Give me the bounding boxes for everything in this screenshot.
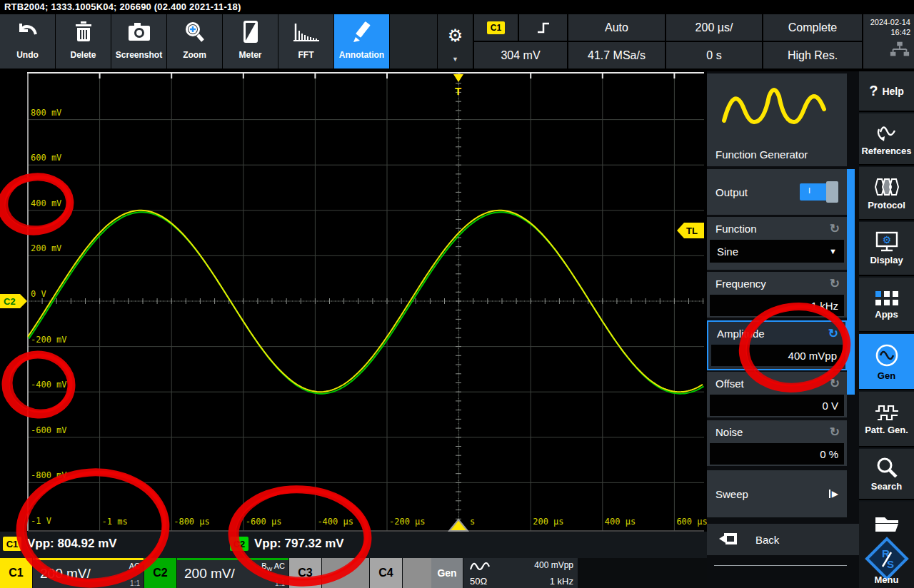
channel-c4-tab[interactable]: C4 xyxy=(370,558,402,588)
toggle-knob[interactable] xyxy=(826,181,838,203)
device-info-text: RTB2004; 1333.1005K04; 206690 (02.400 20… xyxy=(4,1,241,12)
sample-rate-cell[interactable]: 41.7 MSa/s xyxy=(568,42,665,69)
c2-vpp-value: Vpp: 797.32 mV xyxy=(254,537,344,551)
sweep-menu-item[interactable]: Sweep ▶ xyxy=(707,470,847,517)
channel-c3-settings[interactable] xyxy=(322,558,369,588)
question-mark-icon: ? xyxy=(869,83,878,99)
refresh-icon[interactable]: ↻ xyxy=(830,376,840,391)
amplitude-field[interactable]: 400 mVpp xyxy=(711,345,843,366)
toolbar-spacer xyxy=(390,14,437,69)
function-section: Function ↻ Sine ▼ xyxy=(707,217,847,270)
gen-frequency: 1 kHz xyxy=(550,576,573,587)
offset-field[interactable]: 0 V xyxy=(710,395,844,416)
noise-field[interactable]: 0 % xyxy=(710,443,844,465)
timebase-cell[interactable]: 200 µs/ xyxy=(666,14,762,41)
gen-amplitude: 400 mVpp xyxy=(534,560,573,570)
channel-c1-tab[interactable]: C1 xyxy=(0,558,32,588)
y-axis-label: -200 mV xyxy=(31,335,67,345)
c2-scale: 200 mV/ xyxy=(184,566,235,582)
refresh-icon[interactable]: ↻ xyxy=(830,425,840,440)
x-axis-label: -200 µs xyxy=(389,517,426,527)
offset-label: Offset xyxy=(715,377,744,390)
gen-tab[interactable]: Gen xyxy=(431,558,463,588)
svg-text:⚙: ⚙ xyxy=(882,234,891,245)
trigger-level-cell[interactable]: 304 mV xyxy=(474,42,567,69)
frequency-field[interactable]: 1 kHz xyxy=(710,295,844,316)
sidebar-item-protocol[interactable]: Protocol xyxy=(859,167,914,220)
search-icon xyxy=(875,456,898,479)
channel-c2-settings[interactable]: 200 mV/ BW AC 1:1 xyxy=(177,558,288,588)
y-axis-label: -400 mV xyxy=(31,380,67,390)
network-icon xyxy=(889,41,910,57)
undo-button[interactable]: Undo xyxy=(0,14,55,69)
refresh-icon[interactable]: ↻ xyxy=(830,221,840,236)
sidebar-item-search[interactable]: Search xyxy=(859,449,914,500)
toggle-on-label: I xyxy=(808,186,810,195)
trigger-source-cell[interactable]: C1 xyxy=(474,14,518,41)
chevron-down-icon: ▼ xyxy=(438,57,473,61)
references-icon xyxy=(875,122,899,143)
sidebar-item-references[interactable]: References xyxy=(859,113,914,166)
datetime-cell[interactable]: 2024-02-14 16:42 xyxy=(863,14,914,69)
screenshot-button[interactable]: Screenshot xyxy=(111,14,166,69)
trigger-slope-cell[interactable] xyxy=(519,14,567,41)
noise-section: Noise ↻ 0 % xyxy=(707,420,847,466)
channel-c2-tab[interactable]: C2 xyxy=(144,558,176,588)
acquisition-state-cell[interactable]: Complete xyxy=(763,14,862,41)
sidebar-item-gen[interactable]: Gen xyxy=(859,334,914,390)
gear-icon: ⚙ xyxy=(438,14,473,57)
settings-gear-button[interactable]: ⚙ ▼ xyxy=(438,14,473,69)
sidebar-item-apps[interactable]: Apps xyxy=(859,278,914,333)
folder-icon xyxy=(873,512,901,533)
amplitude-label: Amplitude xyxy=(717,328,765,340)
zoom-button[interactable]: Zoom xyxy=(167,14,222,69)
sidebar-item-pattern-generator[interactable]: Patt. Gen. xyxy=(859,392,914,447)
fft-button[interactable]: FFT xyxy=(278,14,333,69)
undo-icon xyxy=(0,14,55,50)
x-axis-label: 600 µs xyxy=(676,517,707,527)
sidebar-item-menu[interactable]: R S Menu xyxy=(859,502,914,588)
gen-settings[interactable]: 400 mVpp 50Ω 1 kHz xyxy=(463,558,578,588)
meter-button[interactable]: Meter xyxy=(223,14,278,69)
refresh-icon[interactable]: ↻ xyxy=(830,276,840,291)
function-generator-panel: Function Generator Output I Function ↻ S… xyxy=(707,71,859,588)
channel-c3-tab[interactable]: C3 xyxy=(289,558,321,588)
output-label: Output xyxy=(715,186,748,198)
trigger-level-label: TL xyxy=(686,225,698,236)
waveform-display[interactable]: 800 mV600 mV400 mV200 mV0 V-200 mV-400 m… xyxy=(0,71,707,532)
c2-badge: C2 xyxy=(230,537,248,551)
delete-button[interactable]: Delete xyxy=(56,14,111,69)
trigger-mode-cell[interactable]: Auto xyxy=(568,14,665,41)
apps-grid-icon xyxy=(874,290,900,307)
c1-badge: C1 xyxy=(3,537,21,551)
panel-scrollbar[interactable] xyxy=(847,169,855,395)
c1-coupling: AC xyxy=(129,562,140,570)
channel-c1-settings[interactable]: 200 mV/ AC 1:1 xyxy=(33,558,144,588)
trigger-position-marker[interactable] xyxy=(453,74,463,82)
panel-divider xyxy=(714,565,847,566)
generator-icon xyxy=(874,343,900,368)
x-axis-label: -800 µs xyxy=(174,517,210,527)
c2-probe: 1:1 xyxy=(275,579,285,587)
sidebar-item-help[interactable]: ? Help xyxy=(859,71,914,112)
amplitude-section-selected: Amplitude ↻ 400 mVpp xyxy=(707,320,847,370)
submenu-arrow-icon: ▶ xyxy=(829,490,838,498)
measurement-c2[interactable]: C2 Vpp: 797.32 mV xyxy=(230,537,344,551)
c2-bw-coupling: BW AC xyxy=(261,562,285,572)
zero-time-marker[interactable] xyxy=(449,519,468,531)
acquisition-mode-cell[interactable]: High Res. xyxy=(763,42,862,69)
measurement-c1[interactable]: C1 Vpp: 804.92 mV xyxy=(3,537,117,551)
sidebar-item-display[interactable]: ⚙ Display xyxy=(859,222,914,276)
horizontal-position-cell[interactable]: 0 s xyxy=(666,42,762,69)
output-row: Output I xyxy=(707,169,847,215)
oscilloscope-screen: RTB2004; 1333.1005K04; 206690 (02.400 20… xyxy=(0,0,914,588)
sine-wave-icon xyxy=(717,79,838,135)
output-toggle[interactable]: I xyxy=(800,183,837,201)
display-icon: ⚙ xyxy=(875,231,899,253)
back-button[interactable]: Back xyxy=(707,524,859,555)
gen-impedance: 50Ω xyxy=(470,576,487,587)
function-dropdown[interactable]: Sine ▼ xyxy=(710,240,844,263)
svg-text:S: S xyxy=(887,558,894,570)
refresh-icon-active[interactable]: ↻ xyxy=(828,326,838,341)
annotation-button[interactable]: Annotation xyxy=(334,14,389,69)
